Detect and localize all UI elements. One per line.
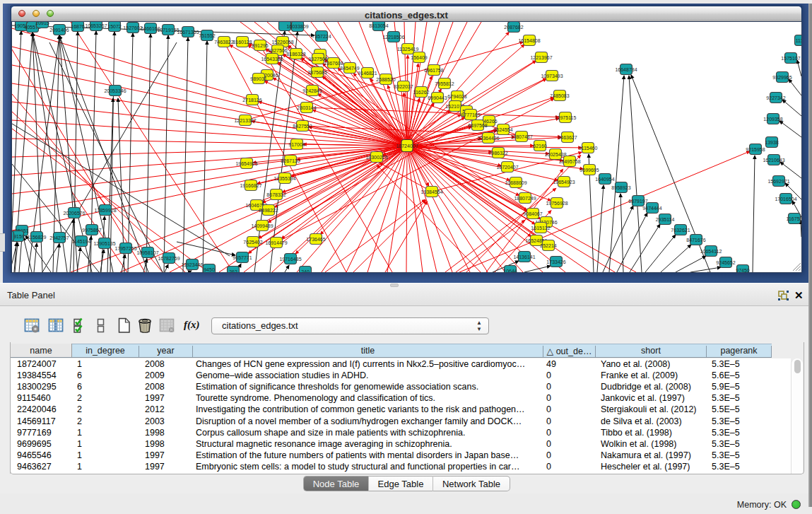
svg-text:62160: 62160 [533,144,547,148]
svg-text:3624554: 3624554 [493,127,512,132]
svg-text:8454749: 8454749 [340,66,359,71]
svg-text:9474444: 9474444 [642,206,661,211]
svg-text:116753: 116753 [787,216,801,221]
svg-text:19756928: 19756928 [546,201,567,206]
svg-text:10958107: 10958107 [136,250,158,255]
svg-text:8186328: 8186328 [286,52,305,57]
svg-text:9242845: 9242845 [302,88,322,93]
svg-text:751552: 751552 [199,33,215,38]
svg-text:10973493: 10973493 [541,74,563,78]
svg-text:2942757: 2942757 [49,235,69,240]
svg-text:1145194: 1145194 [72,239,91,244]
svg-text:9245652: 9245652 [716,260,735,265]
svg-text:10688609: 10688609 [505,180,526,185]
svg-text:262: 262 [229,269,237,273]
svg-text:8813054: 8813054 [369,23,388,28]
svg-text:10025438: 10025438 [544,152,566,157]
svg-text:1736465: 1736465 [306,237,325,242]
svg-text:18724007: 18724007 [396,144,418,148]
svg-text:8160128: 8160128 [233,40,252,45]
svg-text:1156829: 1156829 [28,235,47,240]
svg-text:19654925: 19654925 [235,161,257,166]
svg-text:97450: 97450 [736,268,750,273]
svg-text:1615132: 1615132 [531,226,550,230]
svg-text:17016504: 17016504 [775,197,796,201]
svg-text:8678332: 8678332 [266,192,286,197]
svg-text:9657771: 9657771 [233,255,252,260]
svg-text:20364436: 20364436 [477,136,499,141]
svg-text:6497568: 6497568 [468,123,487,128]
svg-text:9463627: 9463627 [558,135,577,140]
svg-text:16648784: 16648784 [615,67,637,72]
svg-text:18300275: 18300275 [365,155,387,160]
svg-text:16876: 16876 [71,24,85,29]
svg-text:2087682: 2087682 [504,25,523,30]
svg-text:6794028: 6794028 [447,94,466,99]
svg-text:12355394: 12355394 [273,176,295,181]
svg-text:891295: 891295 [252,43,268,48]
svg-text:7357224: 7357224 [312,34,331,39]
svg-text:15226058: 15226058 [271,40,293,45]
svg-text:8958923: 8958923 [611,185,630,190]
svg-text:10807487: 10807487 [510,134,532,139]
svg-text:9227342: 9227342 [766,95,785,100]
svg-text:6961758: 6961758 [424,68,443,73]
svg-text:9777169: 9777169 [461,112,480,117]
svg-text:1575107: 1575107 [781,56,800,61]
svg-text:15072: 15072 [107,24,122,29]
svg-text:19654923: 19654923 [553,180,575,185]
svg-text:1733426: 1733426 [546,259,565,264]
svg-text:15692971: 15692971 [767,179,789,184]
svg-text:9146821: 9146821 [358,71,377,76]
svg-text:16543382: 16543382 [261,57,283,62]
svg-text:12975115: 12975115 [555,115,577,120]
svg-text:9115460: 9115460 [579,146,598,151]
svg-text:9975867: 9975867 [82,228,101,233]
svg-text:240: 240 [301,269,310,273]
svg-text:2367608: 2367608 [324,61,343,66]
svg-text:10654112: 10654112 [700,249,722,254]
svg-text:917004: 917004 [288,142,305,147]
svg-text:13938: 13938 [765,140,779,145]
svg-text:12213967: 12213967 [530,55,552,60]
svg-text:1640954: 1640954 [595,177,614,182]
svg-text:7986322: 7986322 [488,151,507,156]
svg-text:12213382: 12213382 [234,118,256,123]
svg-text:19716485: 19716485 [279,257,301,262]
svg-text:7625402: 7625402 [243,240,262,245]
svg-text:7955812: 7955812 [435,81,454,86]
svg-text:6879197: 6879197 [628,199,647,204]
svg-text:7485083: 7485083 [550,93,569,98]
svg-text:14136141: 14136141 [513,255,535,259]
svg-text:17859928: 17859928 [94,208,116,213]
svg-text:7632621: 7632621 [671,228,690,233]
svg-text:116262: 116262 [413,90,430,95]
svg-text:10653267: 10653267 [85,23,107,28]
svg-text:16033809: 16033809 [286,24,308,29]
svg-text:20915: 20915 [35,22,49,25]
svg-text:16154808: 16154808 [518,38,540,43]
svg-text:16782759: 16782759 [158,256,180,261]
svg-text:16914479: 16914479 [265,240,287,245]
svg-text:7463822: 7463822 [214,40,233,45]
svg-text:9329965: 9329965 [772,75,792,80]
svg-text:20206576: 20206576 [63,211,85,216]
svg-text:17957255: 17957255 [114,246,136,251]
svg-text:9084067: 9084067 [523,211,542,216]
svg-text:2588520: 2588520 [376,77,395,82]
svg-text:11923446: 11923446 [182,262,204,267]
svg-text:8427552: 8427552 [293,124,312,129]
svg-text:9327506: 9327506 [268,48,287,53]
svg-text:1209358: 1209358 [763,117,782,122]
svg-text:14099489: 14099489 [251,223,273,228]
svg-text:8471676: 8471676 [686,238,705,243]
svg-text:2091406: 2091406 [49,28,69,33]
svg-text:20053346: 20053346 [104,88,126,93]
svg-text:2718126: 2718126 [242,98,261,103]
svg-text:156409: 156409 [411,55,427,60]
svg-text:8498222: 8498222 [259,208,278,213]
svg-text:6990443: 6990443 [428,95,447,100]
svg-text:10719155: 10719155 [157,28,179,33]
svg-text:3875685: 3875685 [307,70,326,75]
svg-text:9215958: 9215958 [746,147,765,152]
